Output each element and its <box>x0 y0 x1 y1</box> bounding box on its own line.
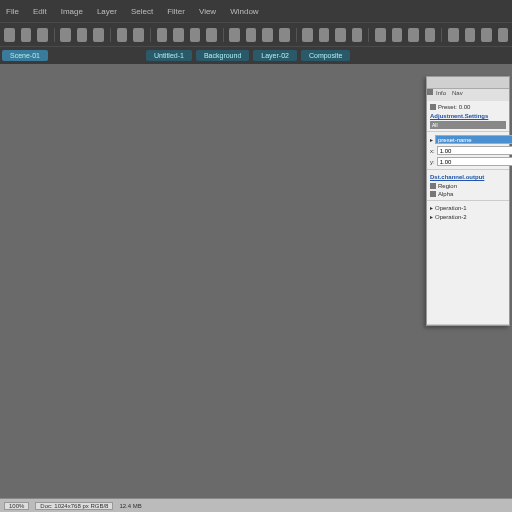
fill-icon[interactable] <box>190 28 201 42</box>
eraser-icon[interactable] <box>173 28 184 42</box>
paste-icon[interactable] <box>93 28 104 42</box>
bullet-icon <box>430 104 436 110</box>
cut-icon[interactable] <box>60 28 71 42</box>
panel-subheader: All <box>430 121 506 129</box>
menu-item[interactable]: Layer <box>97 7 117 16</box>
heal-icon[interactable] <box>352 28 363 42</box>
tree-item[interactable]: Operation-2 <box>435 214 467 220</box>
menu-item[interactable]: Filter <box>167 7 185 16</box>
tab[interactable]: Untitled-1 <box>146 50 192 61</box>
panel-tab[interactable]: Nav <box>449 89 466 101</box>
section-title[interactable]: Adjustment.Settings <box>430 111 506 121</box>
tree-toggle-icon[interactable]: ▸ <box>430 213 433 220</box>
tree-item[interactable]: Operation-1 <box>435 205 467 211</box>
shape-icon[interactable] <box>448 28 459 42</box>
open-icon[interactable] <box>21 28 32 42</box>
blur-icon[interactable] <box>392 28 403 42</box>
separator <box>110 28 111 42</box>
tab[interactable]: Layer-02 <box>253 50 297 61</box>
text-icon[interactable] <box>206 28 217 42</box>
y-label: y: <box>430 159 435 165</box>
pen-icon[interactable] <box>408 28 419 42</box>
list-item[interactable]: Alpha <box>438 191 453 197</box>
field-label: ▸ <box>430 136 433 143</box>
separator <box>223 28 224 42</box>
name-input[interactable] <box>435 135 512 144</box>
item-icon <box>430 183 436 189</box>
statusbar: 100% Doc: 1024x768 px RGB/8 12.4 MB <box>0 498 512 512</box>
color-icon[interactable] <box>498 28 509 42</box>
undo-icon[interactable] <box>117 28 128 42</box>
lasso-icon[interactable] <box>302 28 313 42</box>
tab[interactable]: Composite <box>301 50 350 61</box>
zoom-level[interactable]: 100% <box>4 502 29 510</box>
dodge-icon[interactable] <box>375 28 386 42</box>
separator <box>441 28 442 42</box>
document-tabs: Scene-01 Untitled-1 Background Layer-02 … <box>0 46 512 64</box>
preset-label: Preset: 0.00 <box>438 104 470 110</box>
new-icon[interactable] <box>4 28 15 42</box>
separator <box>150 28 151 42</box>
brush-icon[interactable] <box>157 28 168 42</box>
menubar: File Edit Image Layer Select Filter View… <box>0 0 512 22</box>
tree-toggle-icon[interactable]: ▸ <box>430 204 433 211</box>
memory-info: 12.4 MB <box>119 503 141 509</box>
hand-icon[interactable] <box>262 28 273 42</box>
wand-icon[interactable] <box>319 28 330 42</box>
menu-item[interactable]: File <box>6 7 19 16</box>
save-icon[interactable] <box>37 28 48 42</box>
separator <box>296 28 297 42</box>
menu-item[interactable]: Edit <box>33 7 47 16</box>
x-input[interactable] <box>437 146 512 155</box>
copy-icon[interactable] <box>77 28 88 42</box>
menu-item[interactable]: Window <box>230 7 258 16</box>
redo-icon[interactable] <box>133 28 144 42</box>
section-title[interactable]: Dst.channel.output <box>430 172 506 182</box>
stamp-icon[interactable] <box>335 28 346 42</box>
panel-tabs: Info Nav <box>427 89 509 101</box>
separator <box>54 28 55 42</box>
zoom-icon[interactable] <box>246 28 257 42</box>
menu-item[interactable]: Image <box>61 7 83 16</box>
doc-info: Doc: 1024x768 px RGB/8 <box>35 502 113 510</box>
properties-panel: Info Nav Preset: 0.00 Adjustment.Setting… <box>426 76 510 326</box>
separator <box>368 28 369 42</box>
note-icon[interactable] <box>481 28 492 42</box>
tab[interactable]: Background <box>196 50 249 61</box>
list-item[interactable]: Region <box>438 183 457 189</box>
item-icon <box>430 191 436 197</box>
panel-tab[interactable]: Info <box>433 89 449 101</box>
y-input[interactable] <box>437 157 512 166</box>
crop-icon[interactable] <box>229 28 240 42</box>
eye-icon[interactable] <box>279 28 290 42</box>
menu-item[interactable]: View <box>199 7 216 16</box>
x-label: x: <box>430 148 435 154</box>
menu-item[interactable]: Select <box>131 7 153 16</box>
path-icon[interactable] <box>425 28 436 42</box>
measure-icon[interactable] <box>465 28 476 42</box>
tab[interactable]: Scene-01 <box>2 50 48 61</box>
panel-titlebar[interactable] <box>427 77 509 89</box>
toolbar <box>0 22 512 46</box>
